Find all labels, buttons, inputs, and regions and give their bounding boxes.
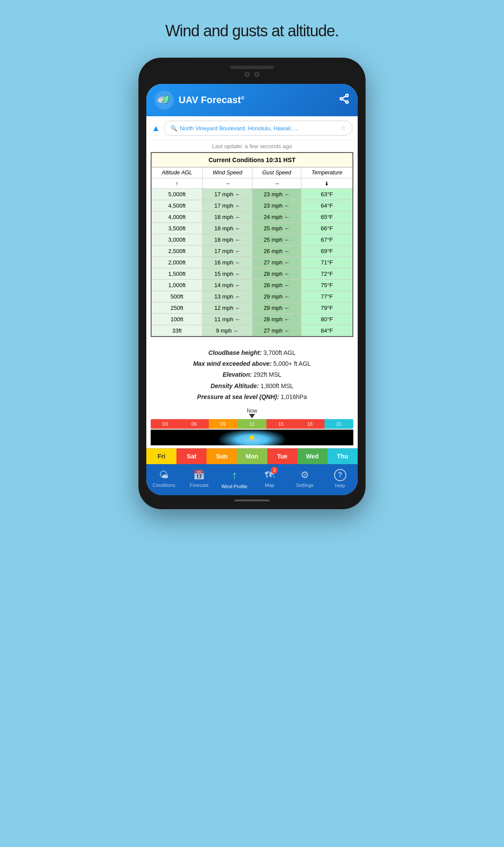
day-btn-tue[interactable]: Tue [267,448,297,464]
col-header-temp: Temperature [301,167,353,178]
search-input[interactable]: North Vineyard Boulevard, Honolulu, Hawa… [180,125,338,132]
alt-cell: 2,500ft [151,246,203,257]
alt-arrow: ↑ [151,178,203,189]
col-header-gust: Gust Speed [252,167,301,178]
gust-cell: 28 mph ← [252,314,301,325]
day-btn-thu[interactable]: Thu [328,448,358,464]
table-row: 1,000ft 14 mph ← 28 mph ← 75°F [151,280,353,291]
temp-arrow: 🌡 [301,178,353,189]
conditions-label: Conditions [152,483,175,488]
alt-cell: 2,000ft [151,257,203,268]
gust-cell: 28 mph ← [252,268,301,280]
app-header: UAV Forecast® [146,84,358,116]
wind-label: Wind Profile [221,484,247,489]
time-segment: 18 [295,419,324,429]
wind-cell: 11 mph ← [203,314,252,325]
wind-cell: 17 mph ← [203,189,252,200]
map-label: Map [265,483,274,488]
table-row: 250ft 12 mph ← 29 mph ← 79°F [151,302,353,314]
day-btn-mon[interactable]: Mon [237,448,267,464]
table-row: 3,500ft 18 mph ← 25 mph ← 66°F [151,223,353,234]
page-wrapper: Wind and gusts at altitude. [126,9,378,509]
help-icon: ? [334,469,346,481]
temp-cell: 69°F [301,246,353,257]
wind-cell: 12 mph ← [203,302,252,314]
max-wind-val: 5,000+ ft AGL [273,360,311,367]
col-header-alt: Altitude AGL [151,167,203,178]
wind-cell: 15 mph ← [203,268,252,280]
pressure-val: 1,016hPa [281,393,307,400]
alt-cell: 4,500ft [151,200,203,212]
search-input-wrapper[interactable]: 🔍 North Vineyard Boulevard, Honolulu, Ha… [164,121,352,135]
alt-cell: 100ft [151,314,203,325]
star-icon[interactable]: ☆ [340,124,346,132]
nav-item-help[interactable]: ?Help [327,469,353,488]
camera-dot-right [254,72,259,77]
temp-cell: 71°F [301,257,353,268]
nav-item-wind[interactable]: ↑Wind Profile [221,469,248,489]
density-info: Density Altitude: 1,800ft MSL [153,381,351,392]
wind-cell: 18 mph ← [203,223,252,234]
alt-cell: 250ft [151,302,203,314]
search-bar-row: ▲ 🔍 North Vineyard Boulevard, Honolulu, … [146,116,358,140]
gust-cell: 27 mph ← [252,257,301,268]
phone-cameras [245,72,259,77]
conditions-icon: 🌤 [159,469,169,481]
wind-cell: 9 mph ← [203,325,252,337]
gust-cell: 28 mph ← [252,280,301,291]
wind-cell: 17 mph ← [203,200,252,212]
temp-cell: 75°F [301,280,353,291]
alt-cell: 1,000ft [151,280,203,291]
app-title-reg: ® [241,95,245,101]
forecast-icon: 📅 [193,469,205,481]
elevation-label: Elevation: [223,371,252,378]
time-segment: 21 [324,419,353,429]
wind-cell: 18 mph ← [203,212,252,223]
time-segment: 03 [151,419,180,429]
location-arrow-icon[interactable]: ▲ [152,123,160,133]
time-segment: 09 [209,419,238,429]
table-row: 100ft 11 mph ← 28 mph ← 80°F [151,314,353,325]
gust-cell: 24 mph ← [252,212,301,223]
temp-cell: 84°F [301,325,353,337]
pressure-info: Pressure at sea level (QNH): 1,016hPa [153,392,351,403]
day-btn-sat[interactable]: Sat [176,448,207,464]
alt-cell: 5,000ft [151,189,203,200]
temp-cell: 63°F [301,189,353,200]
nav-item-conditions[interactable]: 🌤Conditions [151,469,177,488]
now-triangle [249,414,255,418]
time-segment: 15 [266,419,295,429]
map-badge-count: 3 [271,467,278,474]
temp-cell: 72°F [301,268,353,280]
now-text: Now [247,408,257,414]
svg-line-9 [342,100,346,101]
temp-cell: 77°F [301,291,353,302]
conditions-table: Current Conditions 10:31 HST Altitude AG… [151,152,353,337]
app-logo: UAV Forecast® [154,90,245,110]
help-label: Help [335,483,345,488]
temp-cell: 80°F [301,314,353,325]
nav-item-forecast[interactable]: 📅Forecast [186,469,212,488]
day-btn-fri[interactable]: Fri [146,448,176,464]
last-update: Last update: a few seconds ago [146,140,358,152]
max-wind-label: Max wind exceeded above: [193,360,272,367]
day-btn-wed[interactable]: Wed [297,448,328,464]
wind-arrow: → [203,178,252,189]
alt-cell: 1,500ft [151,268,203,280]
alt-cell: 500ft [151,291,203,302]
gust-cell: 25 mph ← [252,223,301,234]
nav-item-settings[interactable]: ⚙Settings [292,469,318,488]
gust-cell: 29 mph ← [252,291,301,302]
temp-cell: 79°F [301,302,353,314]
elevation-info: Elevation: 292ft MSL [153,369,351,380]
gust-cell: 29 mph ← [252,302,301,314]
table-row: 3,000ft 18 mph ← 25 mph ← 67°F [151,234,353,246]
timeline-section: Now 03060912151821 [146,409,358,448]
nav-item-map[interactable]: 🗺3Map [256,469,283,488]
sun-dot [250,435,254,440]
share-icon[interactable] [338,93,350,107]
temp-cell: 64°F [301,200,353,212]
phone-device: UAV Forecast® ▲ [138,58,366,509]
day-btn-sun[interactable]: Sun [207,448,237,464]
table-row: 1,500ft 15 mph ← 28 mph ← 72°F [151,268,353,280]
